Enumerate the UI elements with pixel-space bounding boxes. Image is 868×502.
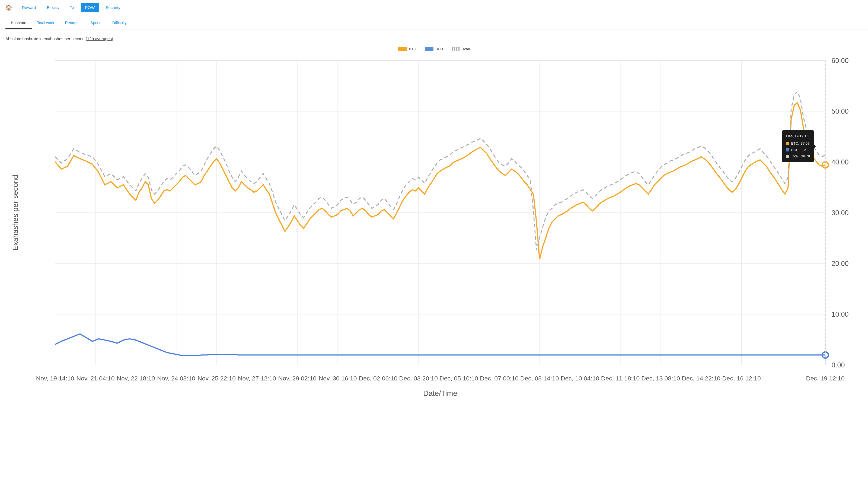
svg-text:Date/Time: Date/Time xyxy=(423,389,457,398)
tab-difficulty[interactable]: Difficulty xyxy=(107,17,132,29)
legend-total: Total xyxy=(452,47,470,51)
tab-hashrate[interactable]: Hashrate xyxy=(6,17,32,29)
hashrate-chart: 60.00 50.00 40.00 30.00 20.00 10.00 0.00… xyxy=(6,54,862,402)
svg-text:Dec, 02 06:10: Dec, 02 06:10 xyxy=(359,375,397,382)
svg-text:Dec, 11 18:10: Dec, 11 18:10 xyxy=(601,375,640,382)
nav-pow[interactable]: POW xyxy=(81,3,99,12)
svg-text:50.00: 50.00 xyxy=(831,107,849,115)
svg-text:Dec, 03 20:10: Dec, 03 20:10 xyxy=(399,375,438,382)
svg-text:Dec, 16 12:10: Dec, 16 12:10 xyxy=(722,375,761,382)
nav-reward[interactable]: Reward xyxy=(18,3,40,12)
svg-text:10.00: 10.00 xyxy=(831,310,849,318)
top-navigation: 🏠 Reward Blocks Tx POW Security xyxy=(0,0,868,15)
chart-description: Absolute hashrate in exahashes per secon… xyxy=(0,30,868,44)
svg-text:Dec, 13 08:10: Dec, 13 08:10 xyxy=(641,375,680,382)
legend-btc: BTC xyxy=(398,47,416,51)
nav-security[interactable]: Security xyxy=(101,3,124,12)
legend-bch-swatch xyxy=(425,47,433,51)
svg-text:Dec, 07 00:10: Dec, 07 00:10 xyxy=(480,375,518,382)
svg-text:Nov, 21 04:10: Nov, 21 04:10 xyxy=(76,375,115,382)
chart-area: BTC BCH Total xyxy=(0,44,868,410)
svg-text:0.00: 0.00 xyxy=(831,361,845,369)
svg-text:40.00: 40.00 xyxy=(831,158,849,166)
legend-total-label: Total xyxy=(463,47,470,51)
svg-text:Nov, 25 22:10: Nov, 25 22:10 xyxy=(197,375,236,382)
svg-text:Nov, 27 12:10: Nov, 27 12:10 xyxy=(238,375,276,382)
svg-text:Dec, 14 22:10: Dec, 14 22:10 xyxy=(682,375,720,382)
legend-btc-swatch xyxy=(398,47,407,51)
legend-bch: BCH xyxy=(425,47,443,51)
legend-bch-label: BCH xyxy=(436,47,443,51)
chart-legend: BTC BCH Total xyxy=(6,47,862,51)
svg-text:Nov, 30 16:10: Nov, 30 16:10 xyxy=(319,375,357,382)
chart-svg-wrapper: 60.00 50.00 40.00 30.00 20.00 10.00 0.00… xyxy=(6,54,862,402)
legend-btc-label: BTC xyxy=(409,47,416,51)
nav-blocks[interactable]: Blocks xyxy=(43,3,63,12)
svg-text:Nov, 19 14:10: Nov, 19 14:10 xyxy=(36,375,74,382)
svg-text:Exahashes per second: Exahashes per second xyxy=(11,175,20,250)
legend-total-swatch xyxy=(452,47,460,51)
tab-total-work[interactable]: Total work xyxy=(32,17,60,29)
svg-text:20.00: 20.00 xyxy=(831,260,849,267)
svg-text:Nov, 24 08:10: Nov, 24 08:10 xyxy=(157,375,195,382)
description-text-before: Absolute hashrate in exahashes per secon… xyxy=(6,37,87,41)
tab-retarget[interactable]: Retarget xyxy=(60,17,85,29)
nav-tx[interactable]: Tx xyxy=(65,3,79,12)
svg-text:Nov, 22 18:10: Nov, 22 18:10 xyxy=(117,375,155,382)
svg-text:Dec, 08 14:10: Dec, 08 14:10 xyxy=(520,375,559,382)
svg-text:Dec, 19 12:10: Dec, 19 12:10 xyxy=(806,375,844,382)
svg-text:Dec, 10 04:10: Dec, 10 04:10 xyxy=(561,375,599,382)
svg-text:30.00: 30.00 xyxy=(831,209,849,216)
sub-tab-bar: Hashrate Total work Retarget Speed Diffi… xyxy=(0,16,868,30)
home-icon[interactable]: 🏠 xyxy=(6,4,12,11)
description-text-after: ). xyxy=(112,37,114,41)
svg-text:Dec, 05 10:10: Dec, 05 10:10 xyxy=(440,375,478,382)
tab-speed[interactable]: Speed xyxy=(85,17,107,29)
description-link[interactable]: 12h averages xyxy=(87,37,112,41)
svg-text:60.00: 60.00 xyxy=(831,57,849,64)
svg-text:Nov, 29 02:10: Nov, 29 02:10 xyxy=(278,375,317,382)
